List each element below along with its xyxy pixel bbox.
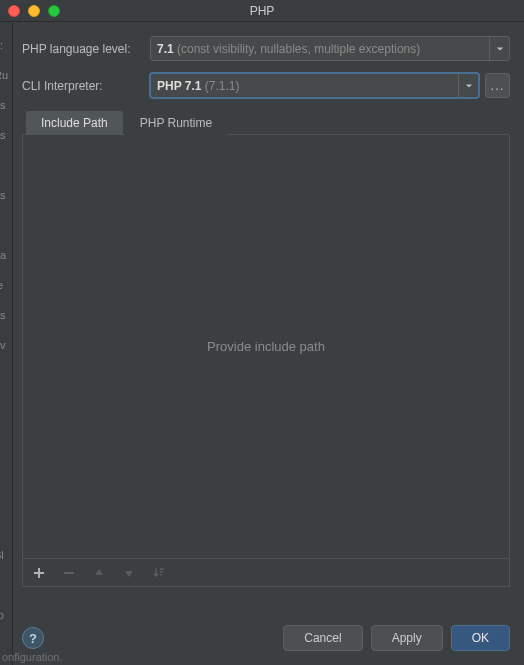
ok-button[interactable]: OK [451, 625, 510, 651]
svg-rect-2 [64, 572, 74, 574]
svg-rect-1 [34, 572, 44, 574]
language-level-label: PHP language level: [22, 42, 150, 56]
move-down-button [121, 565, 137, 581]
apply-button[interactable]: Apply [371, 625, 443, 651]
language-level-row: PHP language level: 7.1 (const visibilit… [22, 36, 510, 61]
include-path-toolbar [23, 558, 509, 586]
tab-include-path[interactable]: Include Path [26, 111, 123, 135]
titlebar: PHP [0, 0, 524, 22]
chevron-down-icon [458, 74, 478, 97]
tabs: Include Path PHP Runtime [22, 110, 510, 135]
cancel-button[interactable]: Cancel [283, 625, 362, 651]
move-up-button [91, 565, 107, 581]
tab-php-runtime[interactable]: PHP Runtime [125, 111, 227, 135]
window-title: PHP [0, 4, 524, 18]
cli-interpreter-label: CLI Interpreter: [22, 79, 150, 93]
language-level-dropdown[interactable]: 7.1 (const visibility, nullables, multip… [150, 36, 510, 61]
sort-button [151, 565, 167, 581]
cli-interpreter-row: CLI Interpreter: PHP 7.1 (7.1.1) ... [22, 73, 510, 98]
add-button[interactable] [31, 565, 47, 581]
include-path-panel: Provide include path [22, 135, 510, 587]
help-button[interactable]: ? [22, 627, 44, 649]
cli-interpreter-dropdown[interactable]: PHP 7.1 (7.1.1) [150, 73, 479, 98]
background-text: onfiguration. [2, 651, 63, 663]
dialog-footer: ? Cancel Apply OK [22, 625, 510, 651]
cli-interpreter-browse-button[interactable]: ... [485, 73, 510, 98]
include-path-placeholder: Provide include path [207, 339, 325, 354]
chevron-down-icon [489, 37, 509, 60]
remove-button [61, 565, 77, 581]
